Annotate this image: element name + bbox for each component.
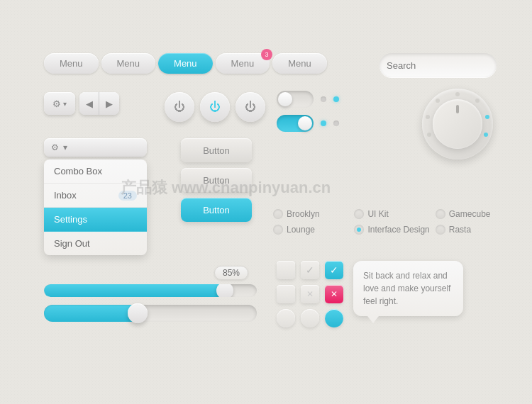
radio-lounge[interactable]: Lounge xyxy=(273,225,348,235)
radio-brooklyn[interactable]: Brooklyn xyxy=(273,209,348,219)
search-input[interactable] xyxy=(379,60,497,71)
inbox-badge: 23 xyxy=(118,191,137,201)
toggle-dot-2 xyxy=(333,96,339,102)
svg-point-0 xyxy=(455,92,460,96)
knob-outer[interactable] xyxy=(422,89,493,159)
progress-label: 85% xyxy=(214,266,248,280)
power-icon-1: ⏻ xyxy=(174,101,185,113)
dropdown-item-settings[interactable]: Settings xyxy=(44,208,147,232)
toggle-dot-3 xyxy=(321,120,326,126)
knob-inner xyxy=(433,99,482,149)
slider-fill xyxy=(44,305,140,322)
search-bar: 🔍 xyxy=(379,53,497,77)
dropdown-item-signout[interactable]: Sign Out xyxy=(44,232,147,255)
toggle-dot-4 xyxy=(333,120,339,126)
nav-menu-4[interactable]: Menu 3 xyxy=(216,53,270,74)
next-button[interactable]: ▶ xyxy=(99,92,119,115)
buttons-col: Button Button Button xyxy=(181,138,252,222)
toggle-row-2 xyxy=(277,115,339,132)
toggle-area xyxy=(277,91,339,132)
toggle-dot-1 xyxy=(321,96,326,102)
nav-menu-2[interactable]: Menu xyxy=(101,53,156,74)
radio-circle-interface-design xyxy=(354,225,364,235)
power-row: ⏻ ⏻ ⏻ xyxy=(165,92,265,122)
radio-circle-rasta xyxy=(436,225,445,235)
dropdown-trigger[interactable]: ⚙ ▾ xyxy=(44,138,147,157)
slider-track[interactable] xyxy=(44,305,257,322)
checkbox-check-blue[interactable]: ✓ xyxy=(325,261,343,279)
nav-menu-5[interactable]: Menu xyxy=(272,53,327,74)
radio-circle-gamecube xyxy=(436,209,445,219)
dropdown-area: ⚙ ▾ Combo Box Inbox 23 Settings Sign Out xyxy=(44,138,147,255)
radio-interface-design[interactable]: Interface Design xyxy=(354,225,429,235)
gear-icon-dropdown: ⚙ xyxy=(51,142,59,152)
button-1[interactable]: Button xyxy=(181,138,252,162)
dropdown-chevron-icon: ▾ xyxy=(63,142,67,152)
svg-point-3 xyxy=(427,133,431,137)
checkbox-area: ✓ ✓ ✕ ✕ xyxy=(277,261,346,330)
nav-menu-1[interactable]: Menu xyxy=(44,53,99,74)
gear-button[interactable]: ⚙ ▾ xyxy=(44,92,75,115)
radio-circle-brooklyn xyxy=(273,209,283,219)
power-icon-2: ⏻ xyxy=(209,101,221,113)
dropdown-item-inbox[interactable]: Inbox 23 xyxy=(44,184,147,208)
dropdown-menu: Combo Box Inbox 23 Settings Sign Out xyxy=(44,159,147,255)
radio-label-uikit: UI Kit xyxy=(367,209,388,219)
knob-area xyxy=(422,89,500,167)
prev-button[interactable]: ◀ xyxy=(79,92,99,115)
toggle-2[interactable] xyxy=(277,115,314,132)
svg-point-4 xyxy=(475,99,480,103)
checkbox-empty-1[interactable] xyxy=(277,261,295,279)
button-3[interactable]: Button xyxy=(181,198,252,222)
svg-point-6 xyxy=(484,133,488,137)
checkbox-cross-red[interactable]: ✕ xyxy=(325,285,343,303)
speech-bubble: Sit back and relax and love and make you… xyxy=(353,261,463,316)
svg-point-2 xyxy=(426,115,430,119)
progress-area: 85% xyxy=(44,266,257,297)
nav-badge: 3 xyxy=(261,49,272,60)
nav-menu-3[interactable]: Menu xyxy=(158,53,213,74)
svg-point-5 xyxy=(485,115,489,119)
radio-label-brooklyn: Brooklyn xyxy=(287,209,320,219)
checkbox-check-gray[interactable]: ✓ xyxy=(301,261,319,279)
checkbox-radio-2[interactable] xyxy=(301,309,319,327)
radio-circle-lounge xyxy=(273,225,283,235)
slider-area xyxy=(44,305,257,322)
gear-icon: ⚙ xyxy=(52,99,61,109)
next-icon: ▶ xyxy=(106,99,113,109)
dropdown-item-combobox[interactable]: Combo Box xyxy=(44,159,147,184)
checkbox-empty-2[interactable] xyxy=(277,285,295,303)
checkbox-cross-gray[interactable]: ✕ xyxy=(301,285,319,303)
radio-label-rasta: Rasta xyxy=(449,225,471,235)
toggle-knob-1 xyxy=(278,92,292,106)
radio-group: Brooklyn UI Kit Gamecube Lounge Interfac… xyxy=(273,209,511,235)
radio-uikit[interactable]: UI Kit xyxy=(354,209,429,219)
arrow-button-group: ◀ ▶ xyxy=(79,92,119,115)
slider-thumb[interactable] xyxy=(128,303,148,323)
radio-label-lounge: Lounge xyxy=(287,225,315,235)
nav-bar: Menu Menu Menu Menu 3 Menu xyxy=(44,53,327,74)
progress-thumb[interactable] xyxy=(216,284,233,297)
radio-rasta[interactable]: Rasta xyxy=(436,225,511,235)
radio-gamecube[interactable]: Gamecube xyxy=(436,209,511,219)
toggle-row-1 xyxy=(277,91,339,108)
radio-circle-uikit xyxy=(354,209,364,219)
progress-track[interactable] xyxy=(44,284,257,297)
power-button-3[interactable]: ⏻ xyxy=(235,92,265,122)
toggle-1[interactable] xyxy=(277,91,314,108)
knob-mark xyxy=(456,105,459,113)
toggle-knob-2 xyxy=(298,116,312,130)
prev-icon: ◀ xyxy=(86,99,93,109)
power-button-2[interactable]: ⏻ xyxy=(200,92,230,122)
power-button-1[interactable]: ⏻ xyxy=(165,92,194,122)
checkbox-radio-blue[interactable] xyxy=(325,309,343,327)
chevron-down-icon: ▾ xyxy=(63,100,67,108)
button-2[interactable]: Button xyxy=(181,168,252,192)
svg-point-1 xyxy=(436,99,440,103)
checkbox-radio-1[interactable] xyxy=(277,309,295,327)
radio-label-gamecube: Gamecube xyxy=(449,209,491,219)
speech-bubble-text: Sit back and relax and love and make you… xyxy=(363,271,450,306)
progress-fill xyxy=(44,284,225,297)
icon-row: ⚙ ▾ ◀ ▶ xyxy=(44,92,119,115)
power-icon-3: ⏻ xyxy=(245,101,256,113)
